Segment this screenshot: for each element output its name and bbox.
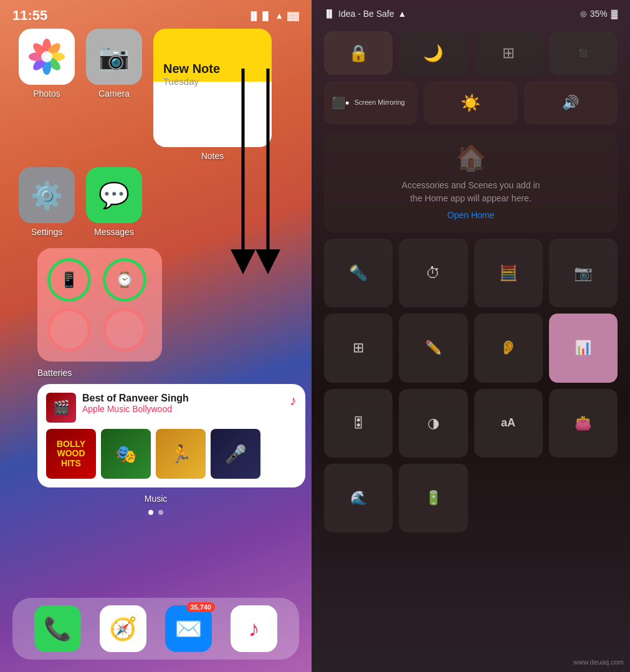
photos-svg [24, 34, 69, 79]
cc-notes-tile[interactable]: ✏️ [399, 314, 467, 382]
timer-icon: ⏱ [426, 264, 441, 282]
album-4: 🎤 [211, 429, 260, 479]
signal-icon: ▐▌▐▌ [248, 11, 271, 21]
notes-subtitle: Tuesday [163, 76, 262, 87]
battery-percent: 35% [590, 9, 608, 19]
music-widget[interactable]: 🎬 Best of Ranveer Singh Apple Music Boll… [37, 384, 305, 487]
remote-icon: 🎛 [351, 415, 365, 431]
app-photos[interactable]: Photos [19, 29, 75, 98]
music-thumbnail: 🎬 [46, 393, 76, 423]
cc-hearing-tile[interactable]: 👂 [474, 314, 543, 382]
torch-icon: 🔦 [349, 264, 368, 282]
cc-controls-row4: 🌊 🔋 [324, 464, 618, 532]
cc-darkmode-tile[interactable]: ◑ [399, 389, 467, 458]
notes-label: Notes [201, 151, 224, 161]
cc-home-section: 🏠 Accessories and Scenes you add in the … [324, 131, 618, 233]
moon-icon: 🌙 [423, 44, 443, 63]
music-note-icon: ♪ [290, 393, 297, 409]
music-albums: BOLLYWOODHITS 🎭 🏃 🎤 [46, 429, 297, 479]
dock-phone[interactable]: 📞 [34, 605, 81, 652]
cc-controls-row2: ⊞ ✏️ 👂 📊 [324, 314, 618, 382]
cc-lock-tile[interactable]: 🔒 [324, 31, 393, 75]
cc-remote-tile[interactable]: 🎛 [324, 389, 393, 458]
battery-empty-1 [47, 308, 91, 352]
battery-icon: ▓▓ [287, 11, 299, 21]
lock-icon: 🔒 [348, 44, 368, 63]
cc-volume-tile[interactable]: 🔊 [524, 81, 618, 125]
cc-torch-tile[interactable]: 🔦 [324, 239, 393, 307]
batteries-widget: 📱 ⌚ [37, 248, 162, 362]
wallet-icon: 👛 [575, 415, 591, 431]
battery-bar-icon: ▓ [611, 9, 618, 19]
battery-phone: 📱 [47, 258, 91, 302]
cc-controls-row3: 🎛 ◑ aA 👛 [324, 389, 618, 458]
cc-timer-tile[interactable]: ⏱ [399, 239, 467, 307]
camera-icon: 📷 [98, 42, 130, 72]
dock-mail[interactable]: ✉️ 35,740 [165, 605, 212, 652]
home-description: Accessories and Scenes you add in the Ho… [336, 179, 605, 205]
darkmode-icon: ◑ [427, 415, 439, 431]
battery-watch: ⌚ [103, 258, 146, 302]
app-settings-label: Settings [31, 227, 63, 237]
album-1: BOLLYWOODHITS [46, 429, 96, 479]
music-title: Best of Ranveer Singh [82, 393, 189, 404]
music-info: 🎬 Best of Ranveer Singh Apple Music Boll… [46, 393, 189, 423]
calculator-icon: 🧮 [499, 264, 518, 282]
screen-mirroring-label: Screen Mirroring [354, 98, 404, 107]
music-text: Best of Ranveer Singh Apple Music Bollyw… [82, 393, 189, 414]
app-camera[interactable]: 📷 Camera [86, 29, 142, 98]
app-messages[interactable]: 💬 Messages [86, 167, 142, 237]
notes-ctrl-icon: ✏️ [425, 340, 442, 356]
page-dot-2 [158, 510, 163, 515]
watermark: www.deuaq.com [573, 658, 624, 666]
notes-widget-item[interactable]: New Note Tuesday Notes [153, 29, 272, 161]
camera-ctrl-icon: 📷 [574, 264, 593, 282]
cc-empty-tile-1[interactable]: ⊞ [474, 31, 543, 75]
mail-icon: ✉️ [174, 616, 203, 642]
safari-icon: 🧭 [109, 616, 137, 642]
music-label: Music [19, 494, 293, 504]
notes-widget[interactable]: New Note Tuesday [153, 29, 272, 147]
textsize-icon: aA [501, 416, 515, 430]
cc-camera-tile[interactable]: 📷 [549, 239, 618, 307]
cc-wallet-tile[interactable]: 👛 [549, 389, 618, 458]
dock-safari[interactable]: 🧭 [100, 605, 146, 652]
notes-title: New Note [163, 62, 262, 76]
cc-moon-tile[interactable]: 🌙 [399, 31, 467, 75]
wifi-icon: ▲ [275, 11, 284, 21]
status-bar-left: 11:55 ▐▌▐▌ ▲ ▓▓ [0, 0, 312, 29]
battery-empty-2 [103, 308, 146, 352]
cc-sound-tile[interactable]: 🌊 [324, 464, 393, 532]
sound-icon: 🌊 [350, 490, 367, 506]
settings-icon: ⚙️ [31, 180, 63, 211]
cc-calculator-tile[interactable]: 🧮 [474, 239, 543, 307]
cc-top-row: 🔒 🌙 ⊞ ◾ [324, 31, 618, 75]
screen-mirroring-icon: ⬛▪ [332, 96, 349, 110]
phone-battery-icon: 📱 [60, 271, 79, 289]
music-subtitle: Apple Music Bollywood [82, 404, 189, 414]
status-bar-right: ▐▌ Idea - Be Safe ▲ ◎ 35% ▓ [312, 0, 630, 25]
album-3: 🏃 [156, 429, 206, 479]
playback-icon: 📊 [575, 340, 591, 356]
brightness-icon: ☀️ [461, 94, 480, 113]
empty-icon-1: ⊞ [502, 44, 515, 62]
cc-playback-tile[interactable]: 📊 [549, 314, 618, 382]
music-icon: ♪ [249, 616, 260, 642]
cc-brightness-tile[interactable]: ☀️ [424, 81, 517, 125]
wifi-status-icon: ▲ [398, 9, 407, 19]
cc-textsize-tile[interactable]: aA [474, 389, 543, 458]
carrier-info: ▐▌ Idea - Be Safe ▲ [324, 9, 406, 19]
app-settings[interactable]: ⚙️ Settings [19, 167, 75, 237]
cc-battery-tile[interactable]: 🔋 [399, 464, 467, 532]
messages-icon: 💬 [98, 181, 130, 210]
cc-qr-tile[interactable]: ⊞ [324, 314, 393, 382]
screen-mirroring-tile[interactable]: ⬛▪ Screen Mirroring [324, 81, 418, 125]
control-center: 🔒 🌙 ⊞ ◾ ⬛▪ Screen Mirroring ☀️ [312, 25, 630, 539]
right-panel: ▐▌ Idea - Be Safe ▲ ◎ 35% ▓ 🔒 🌙 ⊞ ◾ [312, 0, 630, 672]
status-time: 11:55 [12, 7, 47, 24]
left-panel: 11:55 ▐▌▐▌ ▲ ▓▓ [0, 0, 312, 672]
signal-bars-icon: ▐▌ [324, 9, 335, 18]
dock-music[interactable]: ♪ [231, 605, 277, 652]
open-home-link[interactable]: Open Home [336, 210, 605, 220]
cc-empty-tile-2[interactable]: ◾ [549, 31, 618, 75]
